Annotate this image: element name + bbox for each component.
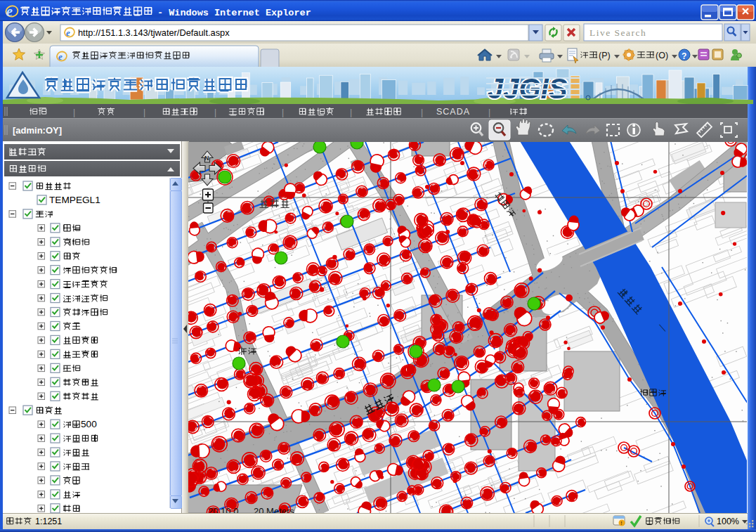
svg-text:|: | <box>488 108 490 117</box>
svg-text:|: | <box>73 108 75 117</box>
svg-text:|: | <box>282 108 284 117</box>
svg-text:?: ? <box>682 51 686 61</box>
svg-text:Live Search: Live Search <box>589 27 646 38</box>
svg-text:500: 500 <box>81 419 97 429</box>
svg-text:|: | <box>214 108 216 117</box>
svg-text:SCADA: SCADA <box>436 107 470 117</box>
svg-text:e: e <box>66 27 70 38</box>
svg-text:100%: 100% <box>717 517 739 526</box>
svg-text:|: | <box>421 108 423 117</box>
svg-text:1:1251: 1:1251 <box>35 517 62 526</box>
svg-text:http://151.1.3.143/tjwater/Def: http://151.1.3.143/tjwater/Default.aspx <box>78 27 230 38</box>
svg-text:TEMPEGL1: TEMPEGL1 <box>49 195 100 205</box>
svg-text:|: | <box>143 108 145 117</box>
svg-text:[admin:OY]: [admin:OY] <box>13 125 62 136</box>
svg-text:|: | <box>350 108 352 117</box>
svg-text:e: e <box>6 4 13 19</box>
svg-text:(O): (O) <box>656 51 668 60</box>
svg-text:e: e <box>58 51 63 62</box>
svg-text:(P): (P) <box>599 51 611 60</box>
svg-text:!: ! <box>620 521 622 526</box>
svg-text:- Windows Internet Explorer: - Windows Internet Explorer <box>157 8 311 18</box>
